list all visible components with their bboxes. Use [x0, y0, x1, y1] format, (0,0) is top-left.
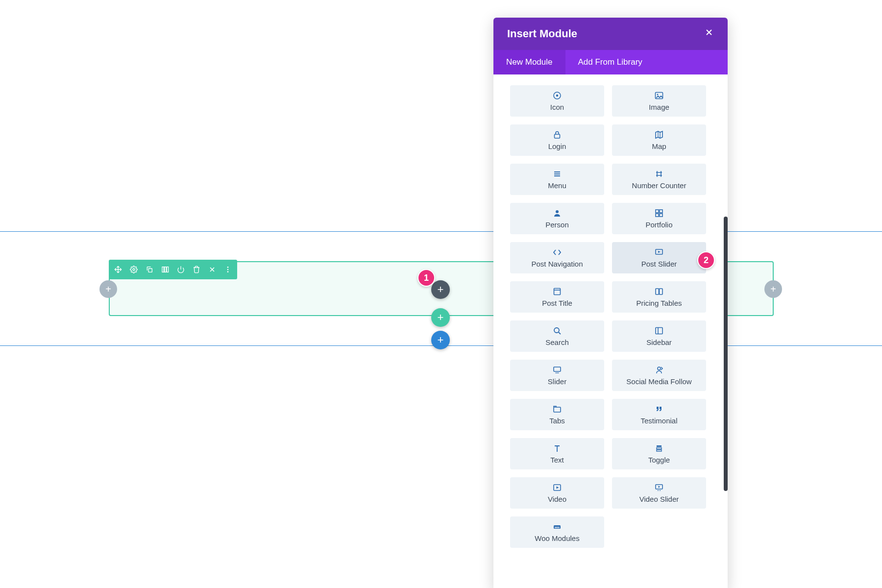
duplicate-icon[interactable] [145, 265, 154, 274]
svg-point-7 [227, 271, 229, 272]
columns-icon[interactable] [161, 265, 170, 274]
module-card-label: Social Media Follow [626, 377, 691, 386]
module-card-tabs[interactable]: Tabs [510, 399, 604, 430]
slideshow-icon [655, 248, 663, 257]
sidebar-icon [655, 326, 663, 335]
module-card-label: Map [652, 142, 666, 150]
add-section-left-button[interactable]: + [99, 280, 117, 298]
text-icon [553, 444, 562, 453]
module-grid: IconImageLoginMapMenuNumber CounterPerso… [510, 85, 714, 548]
code-icon [553, 248, 562, 257]
module-card-social-media-follow[interactable]: Social Media Follow [612, 360, 706, 391]
modal-close-button[interactable] [704, 27, 714, 40]
toggle-icon [655, 444, 663, 453]
quote-icon [655, 405, 663, 414]
tab-new-module[interactable]: New Module [493, 50, 565, 74]
module-card-label: Icon [550, 103, 564, 111]
module-card-label: Woo Modules [535, 534, 579, 542]
annotation-badge-2: 2 [697, 251, 715, 269]
module-card-label: Tabs [549, 416, 565, 425]
add-module-button[interactable]: + [431, 280, 450, 299]
more-icon[interactable] [223, 265, 232, 274]
module-card-label: Post Title [542, 299, 572, 307]
module-card-icon[interactable]: Icon [510, 85, 604, 117]
module-card-video-slider[interactable]: Video Slider [612, 477, 706, 509]
module-card-label: Video Slider [639, 495, 679, 503]
tabs-icon [553, 405, 562, 414]
svg-rect-1 [148, 269, 152, 272]
menu-icon [553, 170, 562, 178]
module-card-label: Number Counter [632, 181, 686, 190]
modal-header: Insert Module [493, 18, 728, 50]
image-icon [655, 91, 663, 100]
module-card-label: Search [545, 338, 569, 346]
module-card-person[interactable]: Person [510, 203, 604, 234]
tab-add-from-library[interactable]: Add From Library [565, 50, 655, 74]
svg-point-6 [227, 269, 229, 270]
social-icon [655, 366, 663, 374]
add-section-right-button[interactable]: + [764, 280, 782, 298]
annotation-badge-1: 1 [417, 269, 435, 287]
power-icon[interactable] [176, 265, 185, 274]
svg-rect-2 [162, 267, 164, 272]
module-card-number-counter[interactable]: Number Counter [612, 164, 706, 195]
module-card-label: Slider [548, 377, 566, 386]
move-icon[interactable] [114, 265, 122, 274]
module-card-label: Post Navigation [531, 260, 583, 268]
module-card-label: Pricing Tables [636, 299, 682, 307]
svg-rect-4 [167, 267, 168, 272]
woo-icon [553, 522, 562, 531]
module-card-testimonial[interactable]: Testimonial [612, 399, 706, 430]
module-card-toggle[interactable]: Toggle [612, 438, 706, 469]
videoslider-icon [655, 483, 663, 492]
module-card-label: Text [550, 456, 564, 464]
search-icon [553, 326, 562, 335]
svg-point-5 [227, 267, 229, 268]
module-toolbar [109, 260, 237, 279]
modal-title: Insert Module [507, 27, 577, 40]
add-row-button[interactable]: + [431, 308, 450, 327]
module-card-label: Testimonial [640, 416, 677, 425]
gear-icon[interactable] [129, 265, 138, 274]
module-card-portfolio[interactable]: Portfolio [612, 203, 706, 234]
module-card-label: Sidebar [646, 338, 672, 346]
modal-scrollbar[interactable] [724, 217, 728, 491]
module-card-label: Post Slider [641, 260, 677, 268]
module-card-map[interactable]: Map [612, 124, 706, 156]
hash-icon [655, 170, 663, 178]
module-card-label: Login [548, 142, 566, 150]
module-card-pricing-tables[interactable]: Pricing Tables [612, 281, 706, 313]
module-card-sidebar[interactable]: Sidebar [612, 320, 706, 352]
map-icon [655, 130, 663, 139]
slider-icon [553, 366, 562, 374]
svg-rect-3 [165, 267, 166, 272]
module-card-label: Video [548, 495, 566, 503]
module-card-label: Portfolio [645, 220, 672, 229]
module-card-label: Image [649, 103, 669, 111]
modal-body: IconImageLoginMapMenuNumber CounterPerso… [493, 74, 728, 588]
module-card-label: Toggle [648, 456, 670, 464]
person-icon [553, 209, 562, 218]
module-card-video[interactable]: Video [510, 477, 604, 509]
module-card-text[interactable]: Text [510, 438, 604, 469]
trash-icon[interactable] [192, 265, 201, 274]
module-card-menu[interactable]: Menu [510, 164, 604, 195]
module-card-login[interactable]: Login [510, 124, 604, 156]
close-icon[interactable] [208, 265, 217, 274]
video-icon [553, 483, 562, 492]
module-card-slider[interactable]: Slider [510, 360, 604, 391]
module-card-post-navigation[interactable]: Post Navigation [510, 242, 604, 273]
module-card-woo-modules[interactable]: Woo Modules [510, 516, 604, 548]
pricing-icon [655, 287, 663, 296]
lock-icon [553, 130, 562, 139]
insert-module-modal: Insert Module New Module Add From Librar… [493, 18, 728, 588]
module-card-label: Menu [548, 181, 566, 190]
module-card-label: Person [545, 220, 569, 229]
module-card-post-slider[interactable]: Post Slider [612, 242, 706, 273]
svg-point-0 [133, 269, 135, 270]
module-card-search[interactable]: Search [510, 320, 604, 352]
add-section-button[interactable]: + [431, 331, 450, 349]
section-divider-top [0, 231, 882, 232]
module-card-post-title[interactable]: Post Title [510, 281, 604, 313]
module-card-image[interactable]: Image [612, 85, 706, 117]
